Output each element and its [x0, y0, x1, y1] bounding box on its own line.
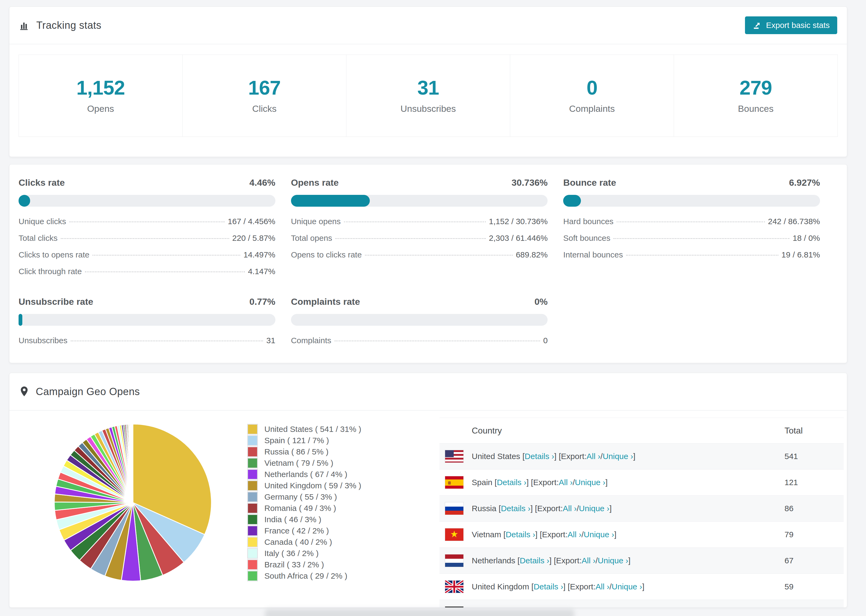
summary-value: 31: [346, 76, 510, 99]
progress-fill: [19, 195, 30, 207]
us-flag-icon: [445, 450, 464, 463]
export-unique-link[interactable]: Unique ›: [598, 556, 628, 565]
legend-item-netherlands: Netherlands ( 67 / 4% ): [247, 469, 373, 480]
rate-panel-clicks-rate: Clicks rate4.46%Unique clicks167 / 4.456…: [19, 178, 276, 280]
table-row-ru: Russia [Details ›] [Export: All › / Uniq…: [439, 496, 844, 522]
table-row-es: Spain [Details ›] [Export: All › / Uniqu…: [439, 470, 844, 496]
export-unique-link[interactable]: Unique ›: [612, 582, 642, 591]
export-all-link[interactable]: All ›: [559, 478, 573, 487]
details-link[interactable]: Details ›: [525, 452, 554, 461]
stat-row: Clicks to opens rate14.497%: [19, 247, 276, 263]
legend-label: Romania ( 49 / 3% ): [265, 504, 336, 513]
export-unique-link[interactable]: Unique ›: [584, 530, 614, 539]
summary-box-complaints: 0Complaints: [510, 55, 674, 137]
bar-chart-icon: [19, 20, 30, 31]
stat-row: Click through rate4.147%: [19, 263, 276, 280]
geo-table-rows: United States [Details ›] [Export: All ›…: [439, 443, 844, 608]
legend-label: Canada ( 40 / 2% ): [265, 537, 332, 547]
bracket: ] [Export:: [554, 452, 587, 461]
stat-label: Unique clicks: [19, 217, 66, 226]
rate-head: Opens rate30.736%: [291, 178, 548, 188]
country-name: United Kingdom: [472, 582, 531, 591]
bracket: ] [Export:: [526, 478, 559, 487]
dotted-leader: [71, 341, 263, 341]
stat-value: 2,303 / 61.446%: [489, 234, 548, 243]
dotted-leader: [626, 255, 778, 256]
legend-item-spain: Spain ( 121 / 7% ): [247, 435, 373, 446]
details-link[interactable]: Details ›: [501, 504, 531, 513]
rate-title: Bounce rate: [563, 178, 616, 188]
export-all-link[interactable]: All ›: [582, 556, 596, 565]
summary-box-unsubscribes: 31Unsubscribes: [346, 55, 510, 137]
legend-swatch: [247, 492, 258, 502]
details-link[interactable]: Details ›: [505, 530, 535, 539]
legend-swatch: [247, 537, 258, 547]
stat-label: Clicks to opens rate: [19, 250, 89, 259]
export-all-link[interactable]: All ›: [595, 582, 609, 591]
bracket: ]: [628, 556, 630, 565]
country-cell: Spain [Details ›] [Export: All › / Uniqu…: [439, 476, 784, 489]
stat-label: Unique opens: [291, 217, 341, 226]
rate-title: Complaints rate: [291, 297, 360, 307]
details-link[interactable]: Details ›: [520, 556, 549, 565]
legend-swatch: [247, 559, 258, 570]
legend-label: United States ( 541 / 31% ): [265, 425, 361, 434]
column-country: Country: [439, 426, 784, 436]
rate-panel-bounce-rate: Bounce rate6.927%Hard bounces242 / 86.73…: [563, 178, 820, 280]
stat-row: Hard bounces242 / 86.738%: [563, 213, 820, 230]
bracket: ] [Export:: [535, 530, 567, 539]
geo-title-group: Campaign Geo Opens: [19, 386, 140, 398]
table-row-de: Germany [Details ›] [Export: All › / Uni…: [439, 600, 844, 608]
stat-value: 31: [266, 336, 275, 345]
export-basic-stats-button[interactable]: Export basic stats: [745, 16, 837, 34]
bracket: ]: [614, 530, 616, 539]
summary-label: Bounces: [674, 104, 838, 114]
rate-title: Clicks rate: [19, 178, 65, 188]
export-unique-link[interactable]: Unique ›: [579, 504, 609, 513]
export-unique-link[interactable]: Unique ›: [603, 452, 633, 461]
geo-pie-chart: [19, 418, 247, 585]
rate-value: 6.927%: [789, 178, 820, 188]
summary-stats-row: 1,152Opens167Clicks31Unsubscribes0Compla…: [19, 55, 838, 137]
stat-row: Total clicks220 / 5.87%: [19, 230, 276, 247]
total-cell: 67: [784, 556, 844, 565]
summary-label: Opens: [19, 104, 182, 114]
bracket: [: [531, 582, 534, 591]
legend-label: Spain ( 121 / 7% ): [265, 436, 329, 445]
stat-row: Total opens2,303 / 61.446%: [291, 230, 548, 247]
tracking-stats-header: Tracking stats Export basic stats: [9, 7, 847, 44]
rate-rows: Unique opens1,152 / 30.736%Total opens2,…: [291, 213, 548, 263]
es-flag-icon: [445, 476, 464, 489]
country-cell: Russia [Details ›] [Export: All › / Uniq…: [439, 502, 784, 515]
legend-item-brazil: Brazil ( 33 / 2% ): [247, 559, 373, 570]
rate-value: 30.736%: [512, 178, 548, 188]
separator: /: [595, 556, 598, 565]
country-cell: United Kingdom [Details ›] [Export: All …: [439, 580, 784, 593]
stat-label: Opens to clicks rate: [291, 250, 362, 259]
export-all-link[interactable]: All ›: [563, 504, 576, 513]
page: Tracking stats Export basic stats 1,152O…: [0, 6, 866, 608]
dotted-leader: [69, 222, 225, 222]
export-all-link[interactable]: All ›: [567, 530, 581, 539]
separator: /: [573, 478, 575, 487]
bracket: [: [522, 452, 524, 461]
stat-label: Unsubscribes: [19, 336, 68, 345]
details-link[interactable]: Details ›: [497, 478, 526, 487]
dotted-leader: [344, 222, 486, 222]
bracket: ]: [633, 452, 635, 461]
separator: /: [609, 582, 612, 591]
summary-label: Unsubscribes: [346, 104, 510, 114]
legend-swatch: [247, 458, 258, 468]
details-link[interactable]: Details ›: [534, 582, 563, 591]
export-icon: [753, 21, 762, 30]
separator: /: [581, 530, 584, 539]
stat-row: Complaints0: [291, 332, 548, 349]
pie-slice-other[interactable]: [132, 424, 133, 503]
page-title: Tracking stats: [36, 20, 101, 31]
legend-swatch: [247, 503, 258, 514]
total-cell: 86: [784, 504, 844, 513]
rate-value: 4.46%: [249, 178, 275, 188]
export-all-link[interactable]: All ›: [587, 452, 601, 461]
export-unique-link[interactable]: Unique ›: [575, 478, 605, 487]
summary-box-clicks: 167Clicks: [183, 55, 346, 137]
